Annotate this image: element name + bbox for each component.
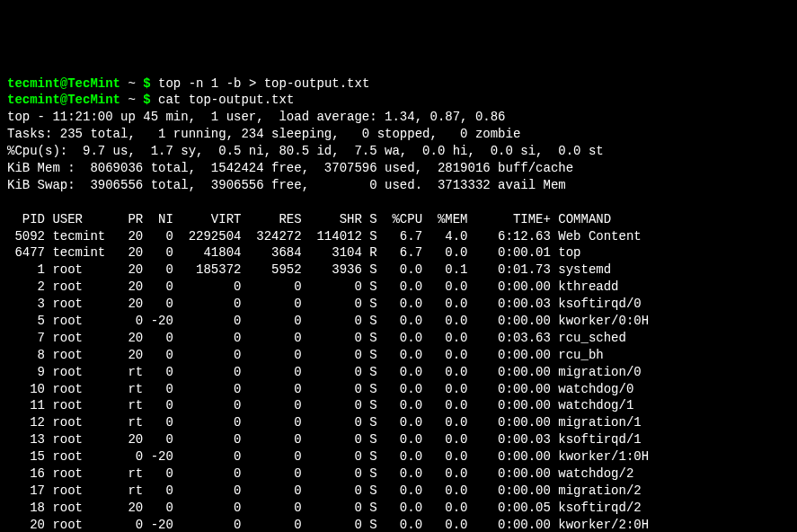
process-row: 16 root rt 0 0 0 0 S 0.0 0.0 0:00.00 wat…	[7, 466, 790, 483]
process-row: 15 root 0 -20 0 0 0 S 0.0 0.0 0:00.00 kw…	[7, 448, 790, 466]
process-row: 5092 tecmint 20 0 2292504 324272 114012 …	[7, 228, 790, 245]
top-summary-3: %Cpu(s): 9.7 us, 1.7 sy, 0.5 ni, 80.5 id…	[7, 143, 790, 160]
top-summary-5: KiB Swap: 3906556 total, 3906556 free, 0…	[7, 177, 790, 194]
prompt-line-2: tecmint@TecMint ~ $ cat top-output.txt	[7, 92, 790, 109]
prompt-tilde: ~	[128, 93, 135, 107]
prompt-dollar: $	[143, 93, 150, 107]
prompt-tilde: ~	[128, 76, 135, 91]
process-row: 12 root rt 0 0 0 0 S 0.0 0.0 0:00.00 mig…	[7, 414, 790, 431]
process-row: 9 root rt 0 0 0 0 S 0.0 0.0 0:00.00 migr…	[7, 364, 790, 381]
command-1: top -n 1 -b > top-output.txt	[158, 76, 369, 91]
process-row: 11 root rt 0 0 0 0 S 0.0 0.0 0:00.00 wat…	[7, 397, 790, 414]
top-summary-1: top - 11:21:00 up 45 min, 1 user, load a…	[7, 109, 790, 126]
process-row: 6477 tecmint 20 0 41804 3684 3104 R 6.7 …	[7, 244, 790, 262]
process-row: 17 root rt 0 0 0 0 S 0.0 0.0 0:00.00 mig…	[7, 483, 790, 500]
process-header: PID USER PR NI VIRT RES SHR S %CPU %MEM …	[7, 211, 790, 228]
terminal[interactable]: tecmint@TecMint ~ $ top -n 1 -b > top-ou…	[7, 75, 790, 532]
prompt-dollar: $	[143, 76, 150, 91]
prompt-userhost: tecmint@TecMint	[7, 76, 120, 91]
process-row: 8 root 20 0 0 0 0 S 0.0 0.0 0:00.00 rcu_…	[7, 347, 790, 364]
top-summary-2: Tasks: 235 total, 1 running, 234 sleepin…	[7, 126, 790, 143]
process-list: 5092 tecmint 20 0 2292504 324272 114012 …	[7, 228, 790, 532]
process-row: 2 root 20 0 0 0 0 S 0.0 0.0 0:00.00 kthr…	[7, 279, 790, 296]
blank-line	[7, 194, 790, 211]
process-row: 20 root 0 -20 0 0 0 S 0.0 0.0 0:00.00 kw…	[7, 517, 790, 532]
top-summary-4: KiB Mem : 8069036 total, 1542424 free, 3…	[7, 160, 790, 177]
process-row: 7 root 20 0 0 0 0 S 0.0 0.0 0:03.63 rcu_…	[7, 330, 790, 347]
process-row: 10 root rt 0 0 0 0 S 0.0 0.0 0:00.00 wat…	[7, 381, 790, 398]
process-row: 3 root 20 0 0 0 0 S 0.0 0.0 0:00.03 ksof…	[7, 296, 790, 313]
command-2: cat top-output.txt	[158, 93, 294, 107]
process-row: 1 root 20 0 185372 5952 3936 S 0.0 0.1 0…	[7, 262, 790, 279]
process-row: 18 root 20 0 0 0 0 S 0.0 0.0 0:00.05 kso…	[7, 500, 790, 517]
prompt-userhost: tecmint@TecMint	[7, 93, 120, 107]
prompt-line-1: tecmint@TecMint ~ $ top -n 1 -b > top-ou…	[7, 75, 790, 93]
process-row: 5 root 0 -20 0 0 0 S 0.0 0.0 0:00.00 kwo…	[7, 313, 790, 330]
process-row: 13 root 20 0 0 0 0 S 0.0 0.0 0:00.03 kso…	[7, 431, 790, 448]
